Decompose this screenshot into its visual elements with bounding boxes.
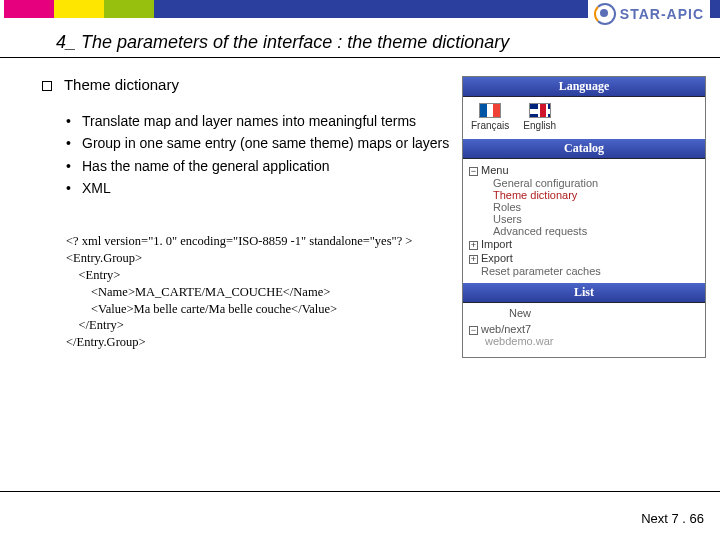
lang-option-en[interactable]: English (523, 103, 556, 131)
flag-uk-icon (529, 103, 551, 118)
flag-fr-icon (479, 103, 501, 118)
tree-leaf-reset[interactable]: Reset parameter caches (467, 265, 701, 277)
admin-panel: Language Français English Catalog −Menu … (462, 76, 706, 358)
logo-swirl-icon (594, 3, 616, 25)
minus-icon[interactable]: − (469, 167, 478, 176)
list-item: XML (66, 178, 452, 198)
tree-leaf[interactable]: Advanced requests (467, 225, 701, 237)
section-heading: Theme dictionary (64, 76, 179, 93)
list-item: Group in one same entry (one same theme)… (66, 133, 452, 153)
tree-node-export[interactable]: +Export (467, 251, 701, 265)
language-header: Language (463, 77, 705, 97)
logo-text: STAR-APIC (620, 6, 704, 22)
tree-node-import[interactable]: +Import (467, 237, 701, 251)
brand-logo: STAR-APIC (588, 0, 710, 28)
plus-icon[interactable]: + (469, 255, 478, 264)
section-heading-row: Theme dictionary (42, 76, 452, 93)
catalog-header: Catalog (463, 139, 705, 159)
hollow-square-bullet-icon (42, 81, 52, 91)
lang-option-fr[interactable]: Français (471, 103, 509, 131)
list-node[interactable]: −web/next7 (469, 323, 699, 335)
xml-snippet: <? xml version="1. 0" encoding="ISO-8859… (42, 216, 452, 351)
list-item: Translate map and layer names into meani… (66, 111, 452, 131)
plus-icon[interactable]: + (469, 241, 478, 250)
slide-footer: Next 7 . 66 (641, 511, 704, 526)
slide-title: 4_ The parameters of the interface : the… (56, 32, 720, 53)
list-new[interactable]: New (469, 307, 699, 319)
title-rule (0, 57, 720, 58)
tree-leaf-theme-dictionary[interactable]: Theme dictionary (467, 189, 701, 201)
minus-icon[interactable]: − (469, 326, 478, 335)
list-header: List (463, 283, 705, 303)
list-leaf[interactable]: webdemo.war (469, 335, 699, 347)
list-item: Has the name of the general application (66, 156, 452, 176)
tree-leaf[interactable]: General configuration (467, 177, 701, 189)
catalog-tree: −Menu General configuration Theme dictio… (463, 159, 705, 283)
bullet-list: Translate map and layer names into meani… (42, 111, 452, 198)
tree-node-menu[interactable]: −Menu (467, 163, 701, 177)
footer-rule (0, 491, 720, 492)
tree-leaf[interactable]: Users (467, 213, 701, 225)
tree-leaf[interactable]: Roles (467, 201, 701, 213)
